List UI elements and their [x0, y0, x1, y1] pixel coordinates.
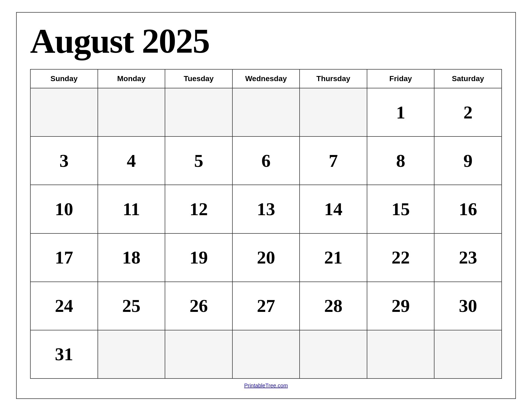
calendar-cell: 18: [98, 234, 166, 282]
date-number: 11: [123, 199, 140, 220]
calendar-cell: [98, 330, 166, 379]
calendar-cell: 11: [98, 185, 166, 233]
date-number: 10: [55, 199, 73, 220]
date-number: 4: [127, 150, 136, 171]
date-number: 8: [396, 150, 405, 171]
calendar-cell: 26: [165, 282, 233, 330]
date-number: 30: [459, 295, 477, 316]
calendar-cell: 17: [31, 234, 98, 282]
calendar-cell: 30: [434, 282, 502, 330]
calendar-cell: 6: [233, 137, 300, 185]
date-number: 7: [329, 150, 338, 171]
calendar-rows: 1234567891011121314151617181920212223242…: [31, 88, 502, 379]
date-number: 22: [391, 247, 410, 268]
date-number: 25: [122, 295, 141, 316]
calendar-cell: 9: [434, 137, 502, 185]
date-number: 19: [189, 247, 208, 268]
day-header-friday: Friday: [367, 70, 435, 88]
calendar-cell: 4: [98, 137, 166, 185]
calendar-cell: 23: [434, 234, 502, 282]
day-header-thursday: Thursday: [300, 70, 367, 88]
date-number: 31: [55, 344, 73, 365]
calendar-cell: 13: [233, 185, 300, 233]
date-number: 27: [257, 295, 275, 316]
calendar-week-3: 10111213141516: [31, 185, 502, 233]
calendar-cell: 22: [367, 234, 435, 282]
calendar-cell: 24: [31, 282, 98, 330]
date-number: 9: [463, 150, 473, 171]
calendar-cell: [165, 88, 233, 137]
day-header-sunday: Sunday: [31, 70, 98, 88]
day-header-monday: Monday: [98, 70, 166, 88]
calendar-container: August 2025 SundayMondayTuesdayWednesday…: [16, 12, 516, 399]
calendar-title: August 2025: [30, 23, 502, 58]
calendar-cell: 10: [31, 185, 98, 233]
date-number: 12: [189, 199, 208, 220]
calendar-cell: [300, 330, 367, 379]
calendar-cell: 21: [300, 234, 367, 282]
date-number: 6: [261, 150, 271, 171]
calendar-cell: [233, 330, 300, 379]
calendar-cell: 5: [165, 137, 233, 185]
date-number: 13: [257, 199, 275, 220]
calendar-cell: 12: [165, 185, 233, 233]
day-header-tuesday: Tuesday: [165, 70, 233, 88]
calendar-cell: [367, 330, 435, 379]
date-number: 20: [257, 247, 275, 268]
calendar-grid: SundayMondayTuesdayWednesdayThursdayFrid…: [30, 69, 502, 379]
calendar-cell: 2: [434, 88, 502, 137]
calendar-week-2: 3456789: [31, 137, 502, 185]
day-header-saturday: Saturday: [434, 70, 502, 88]
calendar-cell: 28: [300, 282, 367, 330]
calendar-cell: 16: [434, 185, 502, 233]
date-number: 18: [122, 247, 141, 268]
calendar-cell: 3: [31, 137, 98, 185]
calendar-cell: 15: [367, 185, 435, 233]
calendar-week-4: 17181920212223: [31, 234, 502, 282]
calendar-cell: [233, 88, 300, 137]
date-number: 15: [391, 199, 410, 220]
date-number: 28: [324, 295, 343, 316]
date-number: 3: [59, 150, 69, 171]
day-headers-row: SundayMondayTuesdayWednesdayThursdayFrid…: [31, 70, 502, 88]
calendar-cell: [434, 330, 502, 379]
calendar-cell: 14: [300, 185, 367, 233]
calendar-cell: 25: [98, 282, 166, 330]
calendar-cell: 1: [367, 88, 435, 137]
date-number: 21: [324, 247, 343, 268]
calendar-cell: [31, 88, 98, 137]
date-number: 24: [55, 295, 73, 316]
date-number: 2: [463, 102, 473, 123]
calendar-cell: 7: [300, 137, 367, 185]
calendar-cell: 19: [165, 234, 233, 282]
calendar-cell: 27: [233, 282, 300, 330]
calendar-cell: 8: [367, 137, 435, 185]
day-header-wednesday: Wednesday: [233, 70, 300, 88]
date-number: 5: [194, 150, 203, 171]
calendar-week-1: 12: [31, 88, 502, 137]
date-number: 17: [55, 247, 73, 268]
calendar-cell: 29: [367, 282, 435, 330]
calendar-cell: [300, 88, 367, 137]
date-number: 16: [459, 199, 477, 220]
calendar-cell: [98, 88, 166, 137]
calendar-cell: 31: [31, 330, 98, 379]
date-number: 26: [189, 295, 208, 316]
date-number: 23: [459, 247, 477, 268]
date-number: 29: [391, 295, 410, 316]
date-number: 14: [324, 199, 343, 220]
calendar-week-5: 24252627282930: [31, 282, 502, 330]
date-number: 1: [396, 102, 405, 123]
calendar-cell: [165, 330, 233, 379]
calendar-cell: 20: [233, 234, 300, 282]
calendar-week-6: 31: [31, 330, 502, 379]
footer-link[interactable]: PrintableTree.com: [30, 379, 502, 390]
